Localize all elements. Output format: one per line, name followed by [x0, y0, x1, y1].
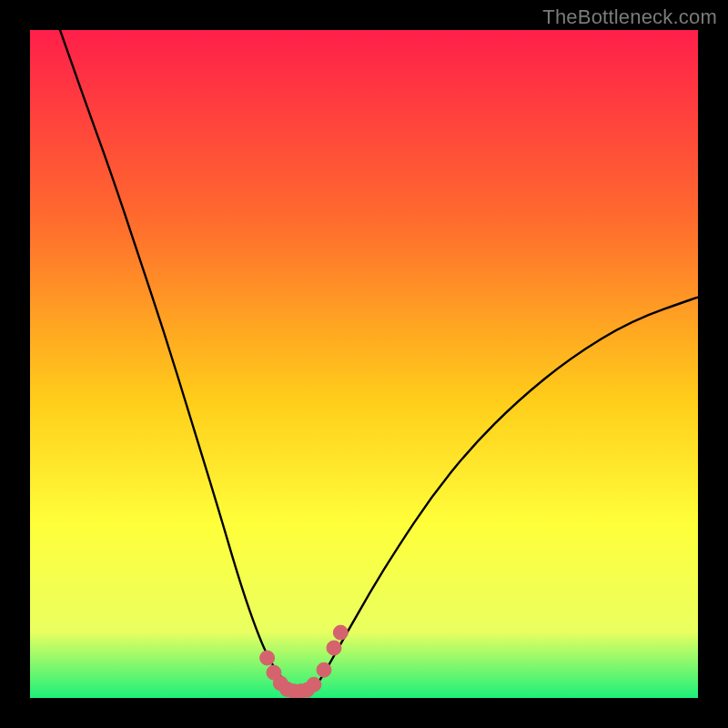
watermark-text: TheBottleneck.com [542, 5, 717, 29]
chart-svg [30, 30, 698, 698]
marker-dot [317, 662, 331, 677]
chart-frame: TheBottleneck.com [0, 0, 728, 728]
marker-dot [307, 677, 321, 692]
marker-dot [260, 651, 275, 665]
plot-area [30, 30, 698, 698]
marker-dot [333, 625, 348, 640]
marker-dot [327, 641, 341, 655]
gradient-background [30, 30, 698, 698]
